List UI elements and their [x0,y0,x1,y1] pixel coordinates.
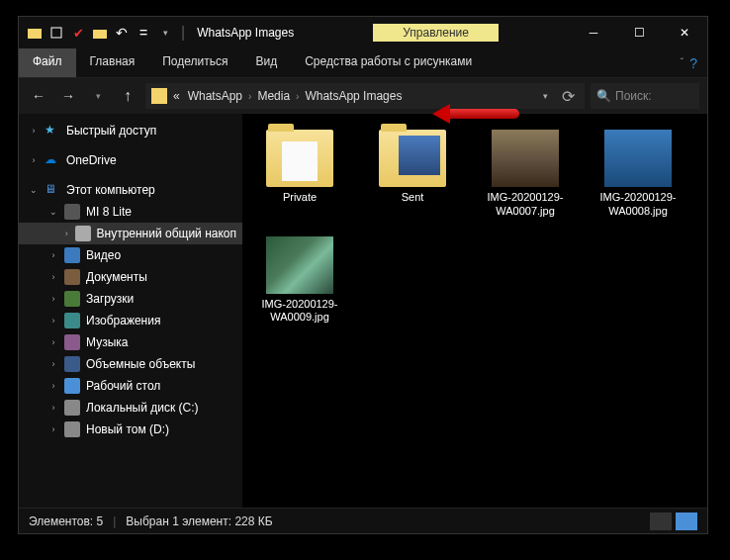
tab-picture-tools[interactable]: Средства работы с рисунками [291,48,486,77]
tab-view[interactable]: Вид [241,48,291,77]
qat-dropdown-icon[interactable]: ▾ [155,23,175,43]
cube-icon [64,356,80,372]
file-image[interactable]: IMG-20200129-WA0007.jpg [480,130,571,219]
sidebar-desktop[interactable]: ›Рабочий стол [19,375,242,397]
svg-rect-1 [51,28,61,38]
crumb-whatsapp[interactable]: WhatsApp [186,89,244,103]
maximize-button[interactable]: ☐ [616,17,662,48]
hdd-icon [64,400,80,416]
star-icon: ★ [45,123,60,139]
sidebar-documents[interactable]: ›Документы [19,266,242,288]
sidebar-3d-objects[interactable]: ›Объемные объекты [19,353,242,375]
properties-icon[interactable] [46,23,66,43]
image-thumbnail [492,130,559,187]
sidebar-quick-access[interactable]: ›★Быстрый доступ [19,120,242,141]
nav-sidebar: ›★Быстрый доступ ›☁OneDrive ⌄🖥Этот компь… [19,114,242,508]
status-item-count: Элементов: 5 [29,514,103,528]
forward-button[interactable]: → [56,84,80,108]
refresh-icon[interactable]: ⟳ [557,87,579,106]
sidebar-phone[interactable]: ⌄MI 8 Lite [19,201,242,223]
sidebar-downloads[interactable]: ›Загрузки [19,288,242,310]
redo-icon[interactable]: = [134,23,153,43]
crumb-media[interactable]: Media [255,89,292,103]
window-title: WhatsApp Images [197,26,294,40]
new-folder-icon[interactable] [90,23,110,43]
image-thumbnail [266,236,333,294]
sidebar-pictures[interactable]: ›Изображения [19,310,242,331]
svg-rect-2 [93,30,107,39]
chevron-right-icon: › [248,91,251,102]
search-placeholder: Поиск: [615,89,652,103]
document-icon [64,269,80,285]
ribbon-tabs: Файл Главная Поделиться Вид Средства раб… [19,48,707,78]
close-button[interactable]: ✕ [662,17,707,48]
sidebar-video[interactable]: ›Видео [19,244,242,266]
chevron-right-icon: › [296,91,299,102]
file-grid: Private Sent IMG-20200129-WA0007.jpg IMG… [254,130,695,325]
folder-icon [379,130,446,187]
folder-icon [266,130,333,187]
search-icon: 🔍 [596,89,611,103]
view-details-button[interactable] [650,513,672,530]
explorer-window: ✔ ↶ = ▾ | WhatsApp Images Управление ─ ☐… [18,16,708,534]
undo-icon[interactable]: ↶ [112,23,132,43]
tab-file[interactable]: Файл [19,48,76,77]
folder-icon [25,23,45,43]
monitor-icon: 🖥 [45,182,60,198]
address-dropdown-icon[interactable]: ▾ [537,91,553,101]
music-icon [64,334,80,350]
folder-icon [151,88,167,104]
titlebar: ✔ ↶ = ▾ | WhatsApp Images Управление ─ ☐… [19,17,707,48]
window-controls: ─ ☐ ✕ [571,17,707,48]
desktop-icon [64,378,80,394]
download-icon [64,291,80,307]
crumb-images[interactable]: WhatsApp Images [303,89,404,103]
ribbon-collapse-icon[interactable]: ˇ [681,57,684,68]
file-image[interactable]: IMG-20200129-WA0008.jpg [593,130,684,219]
sidebar-music[interactable]: ›Музыка [19,331,242,353]
recent-dropdown[interactable]: ▾ [86,84,110,108]
search-input[interactable]: 🔍 Поиск: [591,83,699,109]
back-button[interactable]: ← [27,84,50,108]
tab-share[interactable]: Поделиться [148,48,241,77]
view-thumbnails-button[interactable] [676,513,697,530]
file-image[interactable]: IMG-20200129-WA0009.jpg [254,236,345,326]
folder-private[interactable]: Private [254,130,345,219]
annotation-arrow [432,104,519,124]
video-icon [64,247,80,263]
tab-home[interactable]: Главная [76,48,149,77]
sidebar-d-drive[interactable]: ›Новый том (D:) [19,419,242,440]
image-thumbnail [604,130,672,187]
phone-icon [64,204,80,220]
up-button[interactable]: ↑ [116,84,139,108]
drive-icon [75,226,91,241]
sidebar-onedrive[interactable]: ›☁OneDrive [19,149,242,171]
crumb-prefix: « [171,89,182,103]
sidebar-internal-storage[interactable]: ›Внутренний общий накоп [19,223,242,244]
status-bar: Элементов: 5 | Выбран 1 элемент: 228 КБ [19,508,707,533]
svg-rect-0 [28,29,42,39]
folder-sent[interactable]: Sent [367,130,458,219]
nav-row: ← → ▾ ↑ « WhatsApp › Media › WhatsApp Im… [19,78,707,114]
context-tab-label: Управление [373,24,499,42]
help-icon[interactable]: ? [689,55,697,71]
content-pane[interactable]: Private Sent IMG-20200129-WA0007.jpg IMG… [242,114,707,508]
minimize-button[interactable]: ─ [571,17,616,48]
sidebar-c-drive[interactable]: ›Локальный диск (C:) [19,397,242,419]
sidebar-thispc[interactable]: ⌄🖥Этот компьютер [19,179,242,201]
image-icon [64,313,80,328]
quick-access-toolbar: ✔ ↶ = ▾ [25,23,175,43]
cloud-icon: ☁ [45,152,60,168]
check-icon[interactable]: ✔ [68,23,88,43]
hdd-icon [64,421,80,437]
status-selection: Выбран 1 элемент: 228 КБ [126,514,272,528]
